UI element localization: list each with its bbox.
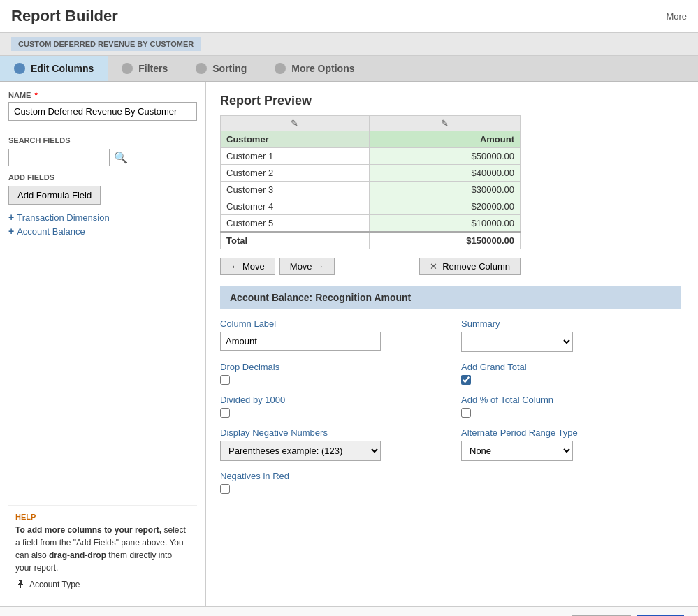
field-group-account-balance[interactable]: + Account Balance bbox=[8, 226, 197, 237]
name-label: NAME * bbox=[8, 91, 197, 99]
tab-more-options-label: More Options bbox=[291, 63, 354, 74]
report-subtitle: CUSTOM DEFERRED REVENUE BY CUSTOMER bbox=[11, 37, 201, 51]
col1-icon-cell[interactable]: ✎ bbox=[221, 116, 370, 131]
tab-dot-filters bbox=[122, 63, 133, 74]
tab-edit-columns[interactable]: Edit Columns bbox=[0, 56, 108, 81]
more-link[interactable]: More bbox=[666, 11, 687, 22]
col1-header: Customer bbox=[221, 131, 370, 148]
search-input[interactable] bbox=[8, 149, 110, 166]
account-type-row[interactable]: 🖈 Account Type bbox=[15, 578, 190, 591]
arrow-right-icon: → bbox=[315, 261, 324, 272]
total-row: Total $150000.00 bbox=[221, 232, 521, 249]
right-panel: Report Preview ✎ ✎ Customer Amount bbox=[206, 82, 698, 606]
wizard-tabs: Edit Columns Filters Sorting More Option… bbox=[0, 56, 698, 82]
col-icon-row: ✎ ✎ bbox=[221, 116, 521, 131]
move-remove-row: ← Move Move → ✕ Remove Column bbox=[220, 258, 521, 275]
negatives-in-red-checkbox[interactable] bbox=[220, 484, 230, 494]
help-bold1: To add more columns to your report, bbox=[15, 525, 161, 535]
add-pct-total-checkbox[interactable] bbox=[461, 408, 471, 418]
tab-dot-sorting bbox=[196, 63, 207, 74]
tab-filters-label: Filters bbox=[138, 63, 168, 74]
remove-column-button[interactable]: ✕ Remove Column bbox=[419, 258, 521, 275]
add-grand-total-checkbox-row bbox=[461, 375, 681, 385]
add-grand-total-group: Add Grand Total bbox=[461, 362, 681, 385]
account-type-label: Account Type bbox=[29, 580, 80, 589]
add-grand-total-checkbox[interactable] bbox=[461, 375, 471, 385]
help-text: To add more columns to your report, sele… bbox=[15, 524, 190, 574]
move-left-button[interactable]: ← Move bbox=[220, 258, 275, 275]
col2-header: Amount bbox=[369, 131, 520, 148]
table-row: Customer 5 $10000.00 bbox=[221, 215, 521, 233]
customer-cell: Customer 4 bbox=[221, 198, 370, 215]
field-group-transaction[interactable]: + Transaction Dimension bbox=[8, 212, 197, 223]
tab-filters[interactable]: Filters bbox=[108, 56, 182, 81]
tab-sorting[interactable]: Sorting bbox=[182, 56, 261, 81]
tab-more-options[interactable]: More Options bbox=[261, 56, 368, 81]
search-fields-label: SEARCH FIELDS bbox=[8, 136, 197, 145]
add-fields-label: ADD FIELDS bbox=[8, 173, 197, 182]
negatives-in-red-label: Negatives in Red bbox=[220, 471, 440, 481]
summary-select[interactable] bbox=[461, 332, 573, 352]
tab-edit-columns-label: Edit Columns bbox=[31, 63, 94, 74]
table-header-row: Customer Amount bbox=[221, 131, 521, 148]
alt-period-label: Alternate Period Range Type bbox=[461, 427, 681, 438]
tab-dot-more-options bbox=[275, 63, 286, 74]
column-label-group: Column Label bbox=[220, 318, 440, 352]
help-bold2: drag-and-drop bbox=[49, 550, 106, 560]
search-button[interactable]: 🔍 bbox=[114, 151, 128, 164]
help-section: HELP To add more columns to your report,… bbox=[8, 505, 197, 598]
tab-dot-edit-columns bbox=[14, 63, 25, 74]
amount-cell: $40000.00 bbox=[369, 165, 520, 182]
drop-decimals-group: Drop Decimals bbox=[220, 362, 440, 385]
edit-icon-col2[interactable]: ✎ bbox=[441, 118, 449, 129]
name-input[interactable] bbox=[8, 102, 197, 121]
table-row: Customer 3 $30000.00 bbox=[221, 182, 521, 198]
help-title: HELP bbox=[15, 513, 190, 521]
footer: Preview Save bbox=[0, 606, 698, 616]
display-negative-label: Display Negative Numbers bbox=[220, 427, 440, 438]
amount-cell: $50000.00 bbox=[369, 148, 520, 165]
customer-cell: Customer 2 bbox=[221, 165, 370, 182]
customer-cell: Customer 1 bbox=[221, 148, 370, 165]
divided-by-1000-group: Divided by 1000 bbox=[220, 395, 440, 418]
edit-icon-col1[interactable]: ✎ bbox=[291, 118, 298, 129]
alt-period-group: Alternate Period Range Type None Quarter… bbox=[461, 427, 681, 461]
cursor-icon: 🖈 bbox=[15, 578, 27, 591]
table-row: Customer 4 $20000.00 bbox=[221, 198, 521, 215]
preview-table-container: ✎ ✎ Customer Amount Customer 1 $50000.00 bbox=[220, 115, 684, 249]
add-pct-total-group: Add % of Total Column bbox=[461, 395, 681, 418]
customer-cell: Customer 5 bbox=[221, 215, 370, 233]
arrow-left-icon: ← bbox=[231, 261, 240, 272]
col2-icon-cell[interactable]: ✎ bbox=[369, 116, 520, 131]
add-pct-total-label: Add % of Total Column bbox=[461, 395, 681, 405]
display-negative-select[interactable]: Parentheses example: (123)Minus Sign exa… bbox=[220, 441, 381, 461]
amount-cell: $20000.00 bbox=[369, 198, 520, 215]
amount-cell: $10000.00 bbox=[369, 215, 520, 233]
table-row: Customer 1 $50000.00 bbox=[221, 148, 521, 165]
plus-icon-account-balance: + bbox=[8, 226, 14, 237]
divided-by-1000-checkbox[interactable] bbox=[220, 408, 230, 418]
drop-decimals-label: Drop Decimals bbox=[220, 362, 440, 372]
move-right-button[interactable]: Move → bbox=[279, 258, 335, 275]
col-settings-header: Account Balance: Recognition Amount bbox=[220, 286, 681, 309]
tab-sorting-label: Sorting bbox=[212, 63, 247, 74]
negatives-in-red-group: Negatives in Red bbox=[220, 471, 440, 494]
summary-label: Summary bbox=[461, 318, 681, 329]
display-negative-group: Display Negative Numbers Parentheses exa… bbox=[220, 427, 440, 461]
divided-checkbox-row bbox=[220, 408, 440, 418]
sidebar: NAME * SEARCH FIELDS 🔍 ADD FIELDS Add Fo… bbox=[0, 82, 206, 606]
search-row: 🔍 bbox=[8, 149, 197, 166]
drop-decimals-checkbox[interactable] bbox=[220, 375, 230, 385]
customer-cell: Customer 3 bbox=[221, 182, 370, 198]
column-label-input[interactable] bbox=[220, 332, 381, 351]
preview-table: ✎ ✎ Customer Amount Customer 1 $50000.00 bbox=[220, 115, 521, 249]
plus-icon-transaction: + bbox=[8, 212, 14, 223]
summary-group: Summary bbox=[461, 318, 681, 352]
add-formula-button[interactable]: Add Formula Field bbox=[8, 186, 101, 205]
col-settings-grid: Column Label Summary Drop Decimals bbox=[220, 318, 681, 494]
divided-by-1000-label: Divided by 1000 bbox=[220, 395, 440, 405]
add-pct-total-checkbox-row bbox=[461, 408, 681, 418]
sidebar-bottom: HELP To add more columns to your report,… bbox=[8, 505, 197, 598]
header: Report Builder More bbox=[0, 0, 698, 33]
alt-period-select[interactable]: None Quarter Year bbox=[461, 441, 573, 461]
